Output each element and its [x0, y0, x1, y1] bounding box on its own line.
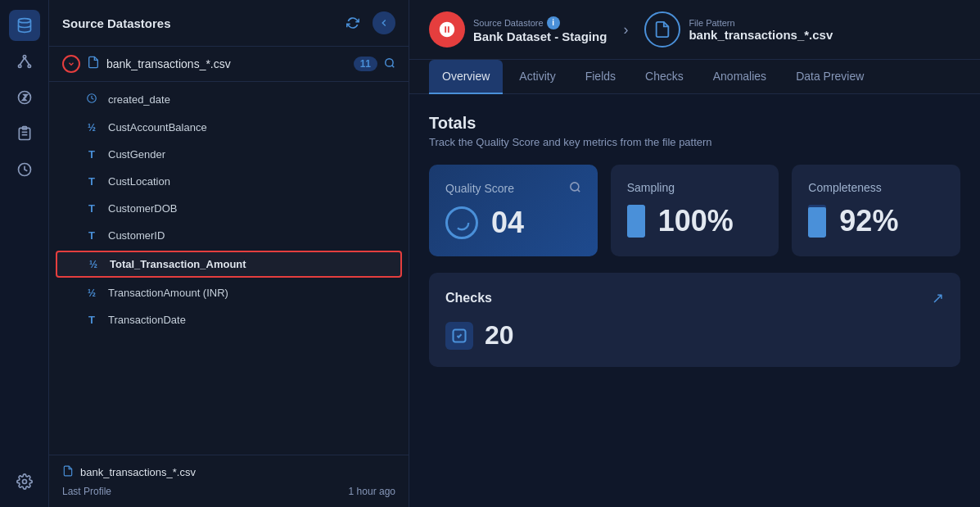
metrics-row: Quality Score 04 — [429, 165, 960, 256]
info-icon[interactable]: i — [547, 16, 560, 29]
file-search-icon[interactable] — [384, 57, 395, 71]
sidebar-file-name[interactable]: bank_transactions_*.csv — [106, 57, 347, 70]
nav-icon-bar — [0, 0, 49, 507]
completeness-bar-icon — [808, 205, 826, 238]
last-profile-label: Last Profile — [62, 486, 111, 497]
bc-source-name: Bank Dataset - Staging — [473, 29, 607, 43]
tab-checks[interactable]: Checks — [632, 60, 697, 94]
footer-file-icon — [62, 465, 74, 479]
checks-section: Checks ↗ 20 — [429, 273, 960, 367]
bc-source-label: Source Datastore i — [473, 16, 607, 29]
collapse-button[interactable] — [373, 11, 395, 34]
field-name: CustomerID — [108, 229, 165, 242]
field-item-total-transaction-amount[interactable]: ½ Total_Transaction_Amount — [56, 251, 402, 278]
field-type-text: T — [84, 148, 100, 161]
tab-fields[interactable]: Fields — [572, 60, 629, 94]
nav-clipboard[interactable] — [9, 118, 40, 149]
quality-score-card: Quality Score 04 — [429, 165, 598, 256]
source-datastore-icon — [429, 11, 465, 48]
footer-file-name: bank_transactions_*.csv — [80, 466, 196, 478]
section-subtitle: Track the Quality Score and key metrics … — [429, 136, 960, 148]
bc-file-name: bank_transactions_*.csv — [689, 28, 833, 42]
field-item-transactionamount[interactable]: ½ TransactionAmount (INR) — [49, 279, 409, 306]
svg-line-15 — [392, 65, 395, 67]
sidebar-title: Source Datastores — [62, 16, 171, 30]
field-type-fraction: ½ — [84, 287, 100, 299]
completeness-card-header: Completeness — [808, 181, 944, 194]
field-type-fraction: ½ — [85, 259, 102, 270]
field-type-text: T — [84, 202, 100, 215]
completeness-value: 92% — [839, 204, 898, 238]
quality-circle-icon — [445, 206, 478, 239]
file-row: bank_transactions_*.csv 11 — [49, 47, 409, 82]
svg-point-3 — [28, 65, 30, 67]
field-type-text: T — [84, 229, 100, 242]
bc-file-pattern: File Pattern bank_transactions_*.csv — [644, 11, 833, 48]
breadcrumb-bar: Source Datastore i Bank Dataset - Stagin… — [409, 0, 980, 60]
quality-value-row: 04 — [445, 206, 581, 240]
nav-network[interactable] — [9, 46, 40, 77]
main-content: Source Datastore i Bank Dataset - Stagin… — [409, 0, 980, 507]
tab-activity[interactable]: Activity — [506, 60, 568, 94]
sampling-value-row: 100% — [627, 204, 763, 238]
refresh-button[interactable] — [341, 11, 364, 34]
field-type-clock — [84, 93, 100, 106]
bc-file-label: File Pattern — [689, 18, 833, 28]
sampling-card-title: Sampling — [627, 181, 675, 194]
sidebar-footer: bank_transactions_*.csv Last Profile 1 h… — [49, 455, 409, 507]
svg-point-13 — [22, 480, 26, 484]
expand-button[interactable] — [62, 55, 80, 73]
field-item-custaccountbalance[interactable]: ½ CustAccountBalance — [49, 114, 409, 141]
nav-history[interactable] — [9, 154, 40, 185]
field-list: created_date ½ CustAccountBalance T Cust… — [49, 82, 409, 455]
field-name: Total_Transaction_Amount — [110, 258, 246, 270]
field-name: created_date — [108, 93, 170, 106]
sidebar-header: Source Datastores — [49, 0, 409, 47]
field-item-customerdob[interactable]: T CustomerDOB — [49, 195, 409, 222]
external-link-icon[interactable]: ↗ — [932, 289, 944, 307]
sampling-card: Sampling 100% — [611, 165, 779, 256]
field-type-text: T — [84, 314, 100, 326]
svg-point-1 — [23, 56, 25, 58]
tabs-bar: Overview Activity Fields Checks Anomalie… — [409, 60, 980, 94]
footer-meta: Last Profile 1 hour ago — [62, 486, 395, 497]
field-type-fraction: ½ — [84, 122, 100, 134]
footer-file-row: bank_transactions_*.csv — [62, 465, 395, 479]
nav-compass[interactable] — [9, 82, 40, 113]
sampling-card-header: Sampling — [627, 181, 763, 194]
quality-card-title: Quality Score — [445, 182, 514, 195]
tab-anomalies[interactable]: Anomalies — [700, 60, 779, 94]
nav-database[interactable] — [9, 10, 40, 41]
field-name: CustGender — [108, 148, 165, 161]
bc-file-text: File Pattern bank_transactions_*.csv — [689, 18, 833, 42]
svg-point-14 — [386, 58, 393, 66]
svg-marker-7 — [22, 95, 27, 101]
svg-point-19 — [455, 216, 469, 230]
quality-search-icon[interactable] — [569, 181, 581, 196]
tab-data-preview[interactable]: Data Preview — [783, 60, 877, 94]
field-item-custgender[interactable]: T CustGender — [49, 141, 409, 168]
nav-settings[interactable] — [9, 466, 40, 497]
tab-overview[interactable]: Overview — [429, 60, 503, 94]
field-name: CustAccountBalance — [108, 121, 207, 134]
svg-line-5 — [25, 58, 29, 65]
section-title: Totals — [429, 114, 960, 133]
breadcrumb-chevron: › — [623, 21, 628, 38]
field-name: TransactionDate — [108, 314, 186, 326]
file-badge: 11 — [354, 57, 377, 71]
svg-line-4 — [20, 58, 25, 65]
last-profile-value: 1 hour ago — [349, 486, 395, 497]
file-pattern-icon — [644, 11, 680, 48]
checks-title: Checks — [445, 291, 492, 306]
field-item-created-date[interactable]: created_date — [49, 85, 409, 114]
quality-card-header: Quality Score — [445, 181, 581, 196]
field-item-custlocation[interactable]: T CustLocation — [49, 168, 409, 195]
field-item-customerid[interactable]: T CustomerID — [49, 222, 409, 249]
completeness-card-title: Completeness — [808, 181, 882, 194]
checks-checkbox-icon — [445, 322, 473, 350]
svg-point-17 — [571, 183, 579, 191]
svg-point-0 — [18, 19, 30, 23]
checks-count: 20 — [485, 320, 514, 351]
field-item-transactiondate[interactable]: T TransactionDate — [49, 306, 409, 333]
field-type-text: T — [84, 175, 100, 188]
